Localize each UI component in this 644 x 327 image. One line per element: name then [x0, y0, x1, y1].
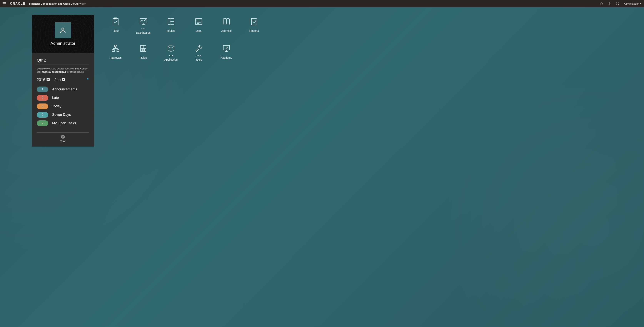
- svg-point-2: [618, 2, 618, 3]
- financial-lead-link[interactable]: financial account lead: [42, 70, 66, 73]
- tile-infolets[interactable]: Infolets: [157, 15, 185, 42]
- play-monitor-icon: [222, 43, 231, 54]
- tile-tools[interactable]: Tools: [185, 42, 212, 69]
- tour-button[interactable]: Tour: [37, 132, 89, 146]
- tile-label: Infolets: [166, 29, 175, 32]
- tile-dots: [169, 56, 173, 56]
- period-row: 2016 Jun: [37, 78, 89, 82]
- apps-grid-icon[interactable]: [616, 2, 619, 6]
- tile-journals[interactable]: Journals: [212, 15, 240, 42]
- year-selector[interactable]: 2016: [37, 78, 50, 82]
- tile-data[interactable]: Data: [185, 15, 212, 42]
- tile-label: Application: [164, 58, 178, 61]
- tile-academy[interactable]: Academy: [212, 42, 240, 69]
- tile-dashboards[interactable]: Dashboards: [130, 15, 157, 42]
- tile-reports[interactable]: Reports: [240, 15, 268, 42]
- stat-count: 1: [37, 86, 48, 92]
- stat-count: 2: [37, 120, 48, 126]
- user-menu-label: Administrator: [624, 2, 638, 5]
- user-menu[interactable]: Administrator: [624, 2, 641, 5]
- stat-count: 0: [37, 112, 48, 118]
- panel-username: Administrator: [50, 41, 76, 46]
- stat-label: Seven Days: [52, 113, 71, 117]
- quarter-message: Complete your 2nd Quarter tasks on time.…: [37, 67, 89, 74]
- panel-layout-icon: [166, 16, 176, 27]
- tile-label: Approvals: [110, 56, 122, 59]
- panel-body: Qtr 2 Complete your 2nd Quarter tasks on…: [32, 53, 94, 132]
- menu-icon[interactable]: [3, 2, 6, 5]
- tile-label: Tools: [196, 58, 202, 61]
- tile-label: Data: [196, 29, 202, 32]
- month-value: Jun: [55, 78, 61, 82]
- quarter-title: Qtr 2: [37, 58, 89, 63]
- svg-point-4: [618, 4, 618, 5]
- tile-rules[interactable]: Rules: [130, 42, 157, 69]
- cube-icon: [166, 43, 176, 54]
- svg-point-3: [616, 4, 617, 5]
- main-area: Administrator Qtr 2 Complete your 2nd Qu…: [0, 7, 644, 146]
- stat-row-my-open-tasks[interactable]: 2My Open Tasks: [37, 120, 89, 126]
- avatar: [55, 22, 71, 38]
- stat-row-today[interactable]: 0Today: [37, 104, 89, 109]
- stat-label: Late: [52, 96, 59, 100]
- tile-dots: [142, 28, 145, 29]
- chevron-down-icon: [640, 3, 641, 4]
- tile-label: Journals: [222, 29, 232, 32]
- top-bar: ORACLE Financial Consolidation and Close…: [0, 0, 644, 7]
- stat-count: 0: [37, 104, 48, 109]
- tile-label: Dashboards: [136, 31, 150, 34]
- tile-tasks[interactable]: Tasks: [102, 15, 130, 42]
- open-book-icon: [222, 16, 231, 27]
- stat-count: 0: [37, 95, 48, 101]
- tile-approvals[interactable]: Approvals: [102, 42, 130, 69]
- app-title: Financial Consolidation and Close Cloud:…: [29, 2, 86, 5]
- year-value: 2016: [37, 78, 46, 82]
- stat-list: 1Announcements0Late0Today0Seven Days2My …: [37, 86, 89, 126]
- accessibility-icon[interactable]: [608, 2, 611, 6]
- app-name: Financial Consolidation and Close Cloud:: [29, 2, 79, 5]
- stat-label: Today: [52, 104, 61, 108]
- tile-label: Reports: [249, 29, 259, 32]
- clipboard-check-icon: [111, 16, 120, 27]
- stat-row-announcements[interactable]: 1Announcements: [37, 86, 89, 92]
- tile-application[interactable]: Application: [157, 42, 185, 69]
- tour-label: Tour: [60, 140, 66, 143]
- panel-header: Administrator: [32, 15, 94, 53]
- chevron-down-icon: [62, 78, 65, 81]
- tile-label: Tasks: [112, 29, 119, 32]
- org-check-icon: [111, 43, 120, 54]
- instance-name: Vision: [79, 2, 86, 5]
- stat-label: My Open Tasks: [52, 121, 76, 125]
- stat-row-seven-days[interactable]: 0Seven Days: [37, 112, 89, 118]
- home-icon[interactable]: [600, 2, 603, 6]
- play-icon: [61, 135, 65, 139]
- quarter-message-post: for critical issues.: [66, 70, 84, 73]
- tile-dots: [197, 56, 200, 56]
- calculator-icon: [139, 43, 148, 54]
- tile-label: Rules: [140, 56, 147, 59]
- tile-grid: TasksDashboardsInfoletsDataJournalsRepor…: [102, 15, 268, 146]
- list-lines-icon: [194, 16, 203, 27]
- month-selector[interactable]: Jun: [55, 78, 65, 82]
- pie-document-icon: [250, 16, 259, 27]
- stat-label: Announcements: [52, 87, 77, 91]
- svg-point-1: [616, 2, 617, 3]
- tile-label: Academy: [221, 56, 232, 59]
- summary-panel: Administrator Qtr 2 Complete your 2nd Qu…: [32, 15, 94, 146]
- wrench-icon: [194, 43, 203, 54]
- stat-row-late[interactable]: 0Late: [37, 95, 89, 101]
- chevron-down-icon: [46, 78, 50, 81]
- svg-point-0: [609, 2, 610, 3]
- svg-point-5: [62, 28, 64, 30]
- flag-icon[interactable]: [86, 78, 89, 81]
- topbar-icons: Administrator: [600, 2, 641, 6]
- divider: [37, 64, 89, 64]
- oracle-logo: ORACLE: [10, 2, 26, 6]
- monitor-chart-icon: [139, 16, 148, 27]
